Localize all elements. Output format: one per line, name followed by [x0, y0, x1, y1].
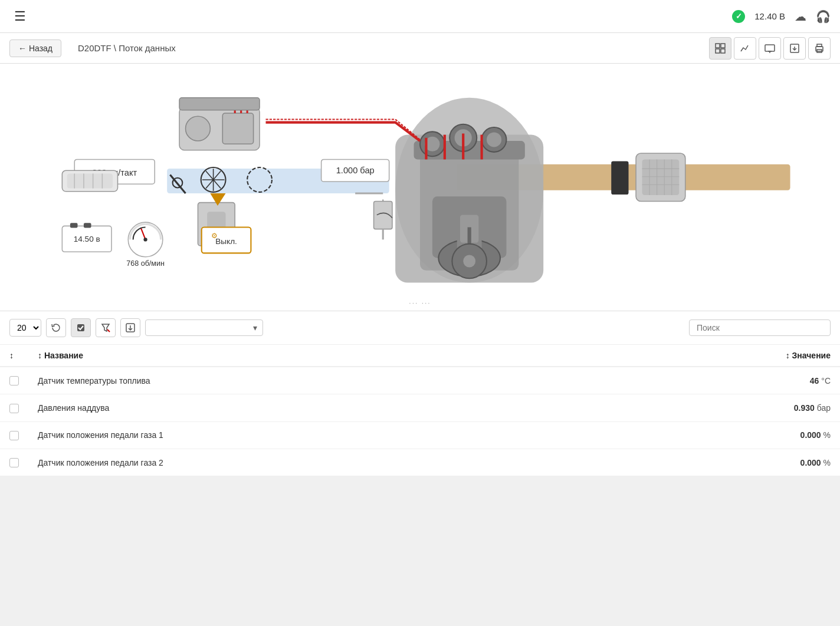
- svg-text:Выкл.: Выкл.: [215, 237, 237, 246]
- col-name-label: Название: [44, 351, 83, 360]
- status-indicator: [732, 10, 745, 23]
- svg-rect-1: [721, 44, 725, 48]
- export-data-button[interactable]: [120, 318, 140, 337]
- cloud-icon[interactable]: ☁: [795, 9, 806, 24]
- topbar-left: ☰: [9, 6, 31, 27]
- col-value-label: Значение: [792, 351, 831, 360]
- row-checkbox-0[interactable]: [9, 376, 19, 386]
- data-table: ↕ ↕ Название ↕ Значение Датчик температу…: [0, 345, 840, 476]
- headphone-icon[interactable]: 🎧: [816, 9, 831, 24]
- svg-text:1.000 бар: 1.000 бар: [336, 166, 375, 175]
- svg-rect-51: [179, 98, 260, 110]
- topbar-right: 12.40 В ☁ 🎧: [732, 9, 831, 24]
- refresh-button[interactable]: [46, 318, 66, 337]
- svg-line-92: [107, 330, 110, 332]
- svg-rect-3: [721, 49, 725, 53]
- svg-rect-47: [222, 113, 253, 144]
- screen-button[interactable]: [759, 37, 781, 60]
- filter-clear-button[interactable]: [96, 318, 116, 337]
- sort-value-icon: ↕: [786, 351, 790, 360]
- chart-view-button[interactable]: [734, 37, 756, 60]
- voltage-display: 12.40 В: [754, 11, 785, 21]
- table-row: Датчик положения педали газа 2 0.000 %: [0, 449, 840, 476]
- svg-point-46: [186, 116, 211, 141]
- row-checkbox-1[interactable]: [9, 404, 19, 413]
- row-value-1: 0.930 бар: [591, 394, 840, 421]
- svg-rect-81: [84, 223, 91, 228]
- row-checkbox-3[interactable]: [9, 458, 19, 467]
- search-input[interactable]: [689, 319, 831, 336]
- row-value-2: 0.000 %: [591, 421, 840, 449]
- svg-rect-4: [765, 45, 775, 51]
- diagram-area: 390 мг/такт 1.000 бар: [0, 64, 840, 311]
- back-button[interactable]: ← Назад: [9, 39, 61, 57]
- row-name-1: Давления наддува: [28, 394, 591, 421]
- col-sort-num[interactable]: ↕: [0, 345, 28, 367]
- svg-rect-23: [611, 162, 628, 195]
- svg-text:14.50 в: 14.50 в: [74, 235, 100, 243]
- export-button[interactable]: [783, 37, 806, 60]
- data-section: 20 ↕ ↕: [0, 311, 840, 476]
- breadcrumb-bar: ← Назад D20DTF \ Поток данных: [0, 33, 840, 64]
- row-name-2: Датчик положения педали газа 1: [28, 421, 591, 449]
- row-checkbox-cell-2[interactable]: [0, 421, 28, 449]
- row-checkbox-cell-1[interactable]: [0, 394, 28, 421]
- row-value-0: 46 °C: [591, 367, 840, 394]
- topbar: ☰ 12.40 В ☁ 🎧: [0, 0, 840, 33]
- row-checkbox-2[interactable]: [9, 431, 19, 440]
- col-sort-name[interactable]: ↕ Название: [28, 345, 591, 367]
- row-name-3: Датчик положения педали газа 2: [28, 449, 591, 476]
- drag-handle[interactable]: ··· ···: [409, 295, 431, 311]
- svg-rect-15: [642, 159, 680, 195]
- table-row: Датчик положения педали газа 1 0.000 %: [0, 421, 840, 449]
- svg-point-44: [463, 255, 475, 268]
- svg-rect-80: [70, 223, 78, 228]
- page-size-select[interactable]: 20: [9, 319, 41, 337]
- row-value-3: 0.000 %: [591, 449, 840, 476]
- svg-rect-10: [817, 44, 822, 47]
- svg-rect-90: [77, 324, 84, 331]
- row-checkbox-cell-3[interactable]: [0, 449, 28, 476]
- table-row: Датчик температуры топлива 46 °C: [0, 367, 840, 394]
- svg-rect-74: [67, 173, 113, 188]
- svg-point-33: [487, 132, 501, 147]
- table-row: Давления наддува 0.930 бар: [0, 394, 840, 421]
- svg-text:768 об/мин: 768 об/мин: [126, 259, 165, 268]
- sort-num-icon: ↕: [9, 351, 14, 360]
- status-dot: [732, 10, 745, 23]
- sort-name-icon: ↕: [38, 351, 42, 360]
- menu-button[interactable]: ☰: [9, 6, 31, 27]
- svg-rect-0: [716, 44, 720, 48]
- svg-point-85: [143, 238, 147, 241]
- toolbar-icons: [709, 37, 831, 60]
- col-sort-value[interactable]: ↕ Значение: [591, 345, 840, 367]
- checkbox-filter-button[interactable]: [71, 318, 91, 337]
- svg-rect-2: [716, 49, 720, 53]
- row-name-0: Датчик температуры топлива: [28, 367, 591, 394]
- row-checkbox-cell-0[interactable]: [0, 367, 28, 394]
- print-button[interactable]: [808, 37, 831, 60]
- filter-bar: 20: [0, 311, 840, 345]
- category-dropdown[interactable]: [145, 319, 263, 336]
- breadcrumb-title: D20DTF \ Поток данных: [78, 43, 176, 53]
- grid-view-button[interactable]: [709, 37, 731, 60]
- category-dropdown-wrapper: [145, 319, 263, 336]
